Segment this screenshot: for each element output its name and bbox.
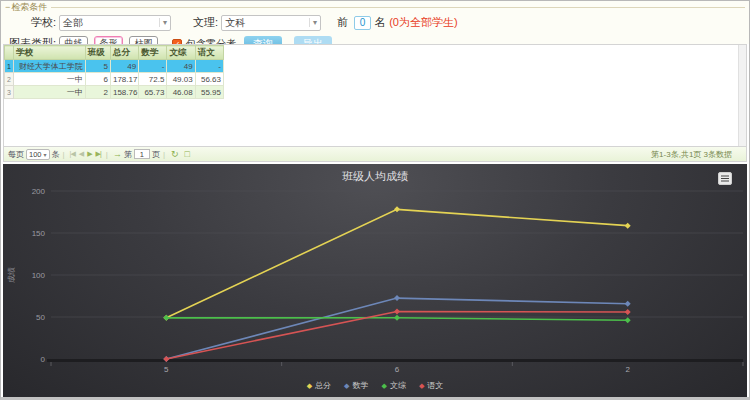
svg-text:6: 6 — [395, 365, 400, 374]
series-数学 — [163, 295, 630, 362]
table-cell: - — [139, 60, 167, 73]
page-suffix: 页 — [152, 149, 160, 160]
legend-item-数学[interactable]: ◆数学 — [344, 380, 368, 391]
pager-separator: | — [163, 150, 165, 159]
score-table: 学校班级总分数学文综语文 1财经大学体工学院549-49-2一中6178.177… — [4, 45, 224, 99]
table-row[interactable]: 3一中2158.7665.7346.0855.95 — [5, 86, 224, 99]
stream-select[interactable]: 文科 ▾ — [221, 15, 321, 31]
table-row[interactable]: 1财经大学体工学院549-49- — [5, 60, 224, 73]
first-page-icon[interactable]: |◀ — [70, 150, 75, 158]
app-window: − 检索条件 学校: 全部 ▾ 文理: 文科 ▾ 前 名 (0为全部学生) 图表… — [0, 0, 750, 400]
chevron-down-icon: ▾ — [44, 151, 47, 158]
per-page-unit: 条 — [52, 149, 60, 160]
chart-panel: 班级人均成绩 050100150200成绩562 ◆总分◆数学◆文综◆语文 — [3, 164, 747, 398]
fieldset-legend: 检索条件 — [11, 1, 47, 14]
series-总分 — [163, 206, 630, 321]
table-cell: 178.17 — [110, 73, 138, 86]
table-cell: 5 — [85, 60, 110, 73]
chart-legend: ◆总分◆数学◆文综◆语文 — [3, 380, 747, 391]
legend-marker-icon: ◆ — [419, 382, 424, 389]
search-form: − 检索条件 学校: 全部 ▾ 文理: 文科 ▾ 前 名 (0为全部学生) 图表… — [1, 1, 749, 44]
table-cell: 46.08 — [167, 86, 195, 99]
svg-text:150: 150 — [32, 229, 46, 238]
prev-page-icon[interactable]: ◀ — [79, 150, 83, 158]
table-header: 学校班级总分数学文综语文 — [5, 46, 224, 60]
page-number-input[interactable] — [134, 149, 150, 159]
svg-text:100: 100 — [32, 271, 46, 280]
svg-text:200: 200 — [32, 187, 46, 196]
table-cell: 55.95 — [195, 86, 223, 99]
pager-separator: | — [106, 150, 108, 159]
svg-text:5: 5 — [164, 365, 169, 374]
legend-item-语文[interactable]: ◆语文 — [419, 380, 443, 391]
legend-item-总分[interactable]: ◆总分 — [307, 380, 331, 391]
row-number: 3 — [5, 86, 14, 99]
legend-label: 语文 — [427, 380, 443, 391]
legend-item-文综[interactable]: ◆文综 — [382, 380, 406, 391]
stream-label: 文理: — [193, 15, 218, 30]
data-grid: 学校班级总分数学文综语文 1财经大学体工学院549-49-2一中6178.177… — [3, 44, 747, 162]
school-label: 学校: — [31, 15, 56, 30]
table-row[interactable]: 2一中6178.1772.549.0356.63 — [5, 73, 224, 86]
table-cell: 一中 — [14, 73, 86, 86]
pager-separator: | — [63, 150, 65, 159]
pager-bar: 每页 100 ▾ 条 | |◀ ◀ ▶ ▶| | → 第 页 | ↻ □ 第1-… — [4, 146, 746, 161]
legend-marker-icon: ◆ — [307, 382, 312, 389]
table-cell: 2 — [85, 86, 110, 99]
column-header-1[interactable]: 学校 — [14, 46, 86, 60]
stream-select-value: 文科 — [225, 16, 245, 30]
column-header-3[interactable]: 总分 — [110, 46, 138, 60]
table-cell: 一中 — [14, 86, 86, 99]
form-row-filters: 学校: 全部 ▾ 文理: 文科 ▾ 前 名 (0为全部学生) — [31, 14, 749, 31]
table-cell: 158.76 — [110, 86, 138, 99]
refresh-icon[interactable]: ↻ — [171, 149, 179, 159]
expand-icon[interactable]: □ — [185, 149, 190, 159]
school-select[interactable]: 全部 ▾ — [59, 15, 171, 31]
top-n-label: 前 — [337, 15, 348, 30]
last-page-icon[interactable]: ▶| — [96, 150, 101, 158]
goto-page-icon: → — [113, 149, 122, 159]
grid-scrollbar[interactable] — [738, 45, 746, 146]
column-header-2[interactable]: 班级 — [85, 46, 110, 60]
table-cell: 56.63 — [195, 73, 223, 86]
table-cell: 49.03 — [167, 73, 195, 86]
table-cell: - — [195, 60, 223, 73]
table-cell: 65.73 — [139, 86, 167, 99]
legend-label: 数学 — [353, 380, 369, 391]
chevron-down-icon: ▾ — [309, 18, 317, 27]
top-n-unit: 名 — [374, 15, 385, 30]
table-cell: 6 — [85, 73, 110, 86]
series-文综 — [163, 315, 630, 323]
table-cell: 49 — [110, 60, 138, 73]
legend-marker-icon: ◆ — [382, 382, 387, 389]
school-select-value: 全部 — [63, 16, 83, 30]
svg-text:2: 2 — [625, 365, 630, 374]
table-cell: 49 — [167, 60, 195, 73]
row-number: 1 — [5, 60, 14, 73]
row-number-header — [5, 46, 14, 60]
legend-label: 文综 — [390, 380, 406, 391]
row-number: 2 — [5, 73, 14, 86]
column-header-4[interactable]: 数学 — [139, 46, 167, 60]
collapse-icon[interactable]: − — [5, 3, 10, 11]
next-page-icon[interactable]: ▶ — [87, 150, 91, 158]
fieldset-divider — [51, 7, 745, 8]
table-cell: 财经大学体工学院 — [14, 60, 86, 73]
fieldset-header: − 检索条件 — [1, 1, 749, 11]
svg-text:0: 0 — [41, 355, 46, 364]
per-page-select[interactable]: 100 ▾ — [26, 149, 50, 160]
column-header-6[interactable]: 语文 — [195, 46, 223, 60]
chart-canvas: 050100150200成绩562 — [3, 164, 749, 398]
legend-label: 总分 — [315, 380, 331, 391]
per-page-value: 100 — [29, 150, 42, 159]
pager-summary: 第1-3条,共1页 3条数据 — [651, 149, 742, 160]
top-n-hint: (0为全部学生) — [389, 15, 457, 30]
column-header-5[interactable]: 文综 — [167, 46, 195, 60]
page-prefix: 第 — [124, 149, 132, 160]
svg-text:50: 50 — [36, 313, 45, 322]
legend-marker-icon: ◆ — [344, 382, 349, 389]
table-cell: 72.5 — [139, 73, 167, 86]
per-page-label: 每页 — [8, 149, 24, 160]
top-n-input[interactable] — [354, 16, 371, 30]
chevron-down-icon: ▾ — [159, 18, 167, 27]
